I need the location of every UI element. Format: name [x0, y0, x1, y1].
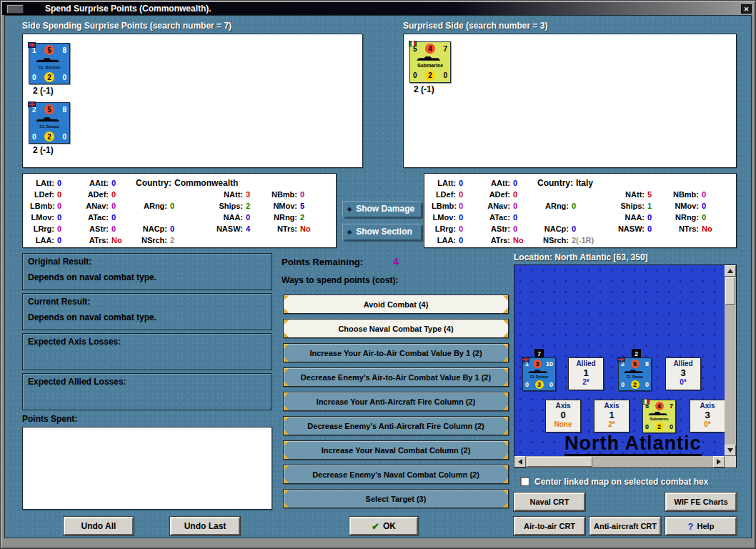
scroll-up-icon[interactable]: [725, 265, 736, 277]
axis-1-combat-box: Axis12*: [594, 400, 630, 432]
naval-crt-button[interactable]: Naval CRT: [514, 493, 585, 511]
points-remaining-value: 4: [393, 256, 399, 267]
stat-nsrch: NSrch:2: [136, 235, 174, 245]
combat-box-sub: 2*: [595, 420, 629, 429]
stat-lmov: LMov:0: [30, 212, 61, 222]
unit-counter-submarine[interactable]: 547Submarine020: [642, 400, 676, 433]
points-spent-title: Points Spent:: [22, 414, 77, 424]
increase-your-air-to-air-combat-value-by-1-2-button[interactable]: Increase Your Air-to-Air Combat Value By…: [283, 343, 509, 362]
unit-counter-submarine[interactable]: 547Submarine020: [409, 41, 451, 83]
spending-units-list[interactable]: 158CL Durban0202 (-1)258CL Danae0202 (-1…: [22, 34, 363, 168]
avoid-combat-4-button[interactable]: Avoid Combat (4): [283, 295, 509, 314]
stat-aatt: AAtt:0: [484, 178, 517, 188]
ok-button[interactable]: ✔ OK: [349, 517, 418, 535]
stat-nasw: NASW:4: [214, 224, 250, 234]
checkmark-icon: ✔: [372, 521, 379, 532]
decrease-enemy-s-naval-combat-column-2-button[interactable]: Decrease Enemy's Naval Combat Column (2): [283, 465, 509, 484]
counter-bottom-values: 020: [620, 380, 650, 389]
stat-atrs: ATrs:No: [484, 235, 524, 245]
scroll-down-icon[interactable]: [725, 445, 736, 456]
undo-last-button[interactable]: Undo Last: [170, 517, 240, 535]
unit-caption: 2 (-1): [33, 145, 54, 155]
air-to-air-crt-button[interactable]: Air-to-air CRT: [514, 517, 585, 535]
anti-aircraft-crt-button[interactable]: Anti-aircraft CRT: [590, 517, 661, 535]
map-vertical-scrollbar[interactable]: [725, 265, 736, 456]
uk-flag-icon: [28, 42, 36, 48]
toggle-diamond-icon: ◆: [347, 229, 352, 235]
center-map-checkbox[interactable]: [520, 477, 529, 486]
help-button-label: Help: [697, 522, 715, 530]
surprised-units-list[interactable]: 547Submarine0202 (-1): [403, 34, 737, 168]
stat-aatt: AAtt:0: [83, 178, 116, 188]
scrollbar-corner: [725, 456, 736, 468]
original-result-text: Depends on naval combat type.: [28, 272, 156, 282]
stat-nmov: NMov:5: [269, 201, 304, 211]
unit-name: Submarine: [645, 417, 674, 421]
combat-box-sub: None: [546, 420, 580, 429]
show-damage-toggle-label: Show Damage: [356, 204, 414, 214]
application-window: Spend Surprise Points (Commonwealth). ✕ …: [0, 0, 756, 549]
ways-to-spend-label: Ways to spend points (cost):: [282, 275, 399, 285]
unit-counter-cl-danae[interactable]: 258CL Danae020: [618, 357, 652, 391]
stat-adef: ADef:0: [484, 189, 517, 199]
ship-silhouette-icon: [417, 56, 444, 61]
app-icon: [6, 4, 24, 14]
stat-nsrch: NSrch:2(-1R): [537, 235, 594, 245]
close-icon[interactable]: ✕: [741, 4, 752, 14]
stat-naa: NAA:0: [616, 212, 652, 222]
stat-ntrs: NTrs:No: [269, 224, 311, 234]
window-titlebar[interactable]: Spend Surprise Points (Commonwealth). ✕: [2, 2, 754, 15]
increase-your-naval-combat-column-2-button[interactable]: Increase Your Naval Combat Column (2): [283, 440, 509, 460]
expected-axis-losses-title: Expected Axis Losses:: [28, 337, 121, 347]
stat-lbmb: LBmb:0: [432, 201, 463, 211]
map-horizontal-scrollbar[interactable]: [514, 456, 725, 468]
dialog-body: Side Spending Surprise Points (search nu…: [4, 15, 752, 538]
stat-anav: ANav:0: [484, 201, 517, 211]
stat-ships: Ships:2: [214, 201, 250, 211]
counter-bottom-values: 020: [412, 71, 449, 81]
unit-counter-cl-durban[interactable]: 1310CL Durban030: [522, 357, 556, 391]
scroll-right-icon[interactable]: [713, 456, 725, 468]
counter-bottom-values: 020: [645, 422, 674, 431]
stat-natt: NAtt:5: [616, 189, 652, 199]
unit-counter-cl-durban[interactable]: 158CL Durban020: [29, 43, 70, 84]
stat-nbmb: NBmb:0: [670, 189, 706, 199]
counter-top-values: 547: [412, 44, 449, 54]
counter-bottom-values: 020: [31, 132, 68, 142]
stat-laa: LAA:0: [30, 235, 61, 245]
scroll-left-icon[interactable]: [514, 456, 526, 468]
stat-nbmb: NBmb:0: [269, 189, 304, 199]
undo-all-button[interactable]: Undo All: [64, 517, 134, 535]
allied-1-combat-box: Allied12*: [568, 357, 604, 390]
horizontal-scroll-thumb[interactable]: [527, 457, 592, 467]
points-spent-list[interactable]: [22, 427, 272, 510]
window-title: Spend Surprise Points (Commonwealth).: [45, 4, 212, 14]
unit-name: CL Danae: [31, 124, 68, 129]
counter-top-values: 258: [31, 104, 68, 114]
decrease-enemy-s-air-to-air-combat-value-by-1-2-button[interactable]: Decrease Enemy's Air-to-Air Combat Value…: [283, 367, 509, 387]
points-remaining: Points Remaining:4: [282, 256, 399, 267]
show-damage-toggle[interactable]: ◆Show Damage: [342, 201, 421, 217]
current-result-title: Current Result:: [28, 297, 90, 307]
stat-atac: ATac:0: [83, 212, 116, 222]
stat-country: Country:Italy: [537, 178, 593, 188]
stat-nacp: NACp:0: [537, 224, 576, 234]
stat-nmov: NMov:0: [670, 201, 706, 211]
increase-your-anti-aircraft-fire-column-2-button[interactable]: Increase Your Anti-Aircraft Fire Column …: [283, 392, 509, 411]
vertical-scroll-thumb[interactable]: [725, 277, 735, 305]
unit-name: CL Durban: [31, 65, 68, 69]
ship-silhouette-icon: [36, 117, 63, 122]
select-target-3-button[interactable]: Select Target (3): [283, 489, 509, 508]
uk-flag-icon: [28, 102, 36, 107]
wif-fe-charts-button[interactable]: WIF FE Charts: [665, 493, 737, 511]
help-button[interactable]: ? Help: [665, 517, 737, 535]
stat-latt: LAtt:0: [432, 178, 463, 188]
show-section-toggle[interactable]: ◆Show Section: [342, 224, 421, 239]
stat-ntrs: NTrs:No: [670, 224, 712, 234]
ok-button-label: OK: [383, 521, 396, 531]
map-view[interactable]: North Atlantic 72Allied12*Allied30*Axis0…: [514, 265, 725, 456]
original-result-box: Original Result: Depends on naval combat…: [22, 253, 272, 290]
unit-counter-cl-danae[interactable]: 258CL Danae020: [29, 102, 70, 144]
decrease-enemy-s-anti-aircraft-fire-column-2-button[interactable]: Decrease Enemy's Anti-Aircraft Fire Colu…: [283, 416, 509, 435]
choose-naval-combat-type-4-button[interactable]: Choose Naval Combat Type (4): [283, 319, 509, 338]
